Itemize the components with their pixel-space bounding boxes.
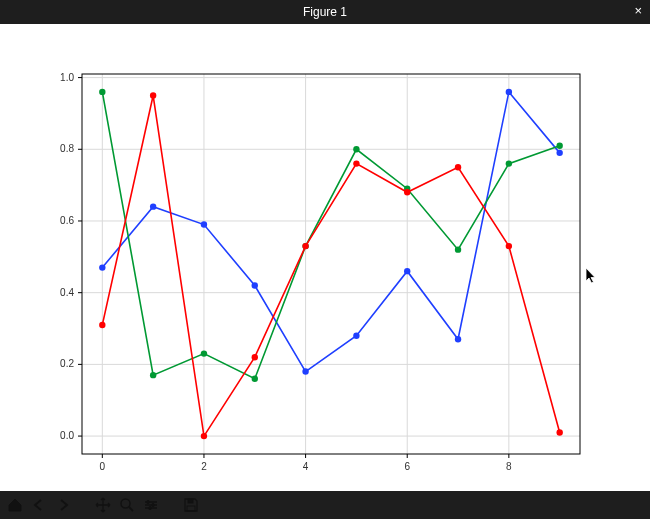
svg-point-66 xyxy=(152,504,155,507)
svg-point-47 xyxy=(252,376,258,382)
svg-point-45 xyxy=(150,372,156,378)
svg-point-49 xyxy=(353,146,359,152)
svg-point-67 xyxy=(149,507,152,510)
matplotlib-toolbar xyxy=(0,491,650,519)
svg-text:0.8: 0.8 xyxy=(60,143,74,154)
svg-rect-33 xyxy=(82,74,580,454)
svg-point-36 xyxy=(201,221,207,227)
svg-text:1.0: 1.0 xyxy=(60,72,74,83)
svg-rect-68 xyxy=(188,499,193,503)
svg-text:0.6: 0.6 xyxy=(60,215,74,226)
subplots-icon[interactable] xyxy=(142,496,160,514)
svg-point-62 xyxy=(506,243,512,249)
svg-point-64 xyxy=(121,499,130,508)
svg-point-56 xyxy=(201,433,207,439)
svg-point-37 xyxy=(252,282,258,288)
svg-text:0: 0 xyxy=(100,461,106,472)
back-icon[interactable] xyxy=(30,496,48,514)
svg-point-39 xyxy=(353,332,359,338)
svg-point-63 xyxy=(556,429,562,435)
svg-point-55 xyxy=(150,92,156,98)
close-icon[interactable]: × xyxy=(634,3,642,18)
svg-point-57 xyxy=(252,354,258,360)
svg-point-52 xyxy=(506,160,512,166)
svg-point-65 xyxy=(147,501,150,504)
svg-point-54 xyxy=(99,322,105,328)
svg-point-44 xyxy=(99,89,105,95)
svg-point-46 xyxy=(201,350,207,356)
svg-point-60 xyxy=(404,189,410,195)
window-titlebar: Figure 1 × xyxy=(0,0,650,24)
svg-point-51 xyxy=(455,246,461,252)
svg-point-59 xyxy=(353,160,359,166)
svg-rect-69 xyxy=(187,506,195,511)
save-icon[interactable] xyxy=(182,496,200,514)
svg-text:8: 8 xyxy=(506,461,512,472)
svg-text:0.2: 0.2 xyxy=(60,358,74,369)
svg-text:6: 6 xyxy=(404,461,410,472)
svg-point-53 xyxy=(556,142,562,148)
svg-point-61 xyxy=(455,164,461,170)
svg-point-58 xyxy=(302,243,308,249)
svg-text:4: 4 xyxy=(303,461,309,472)
svg-point-34 xyxy=(99,264,105,270)
svg-point-43 xyxy=(556,150,562,156)
forward-icon[interactable] xyxy=(54,496,72,514)
svg-text:2: 2 xyxy=(201,461,207,472)
zoom-icon[interactable] xyxy=(118,496,136,514)
svg-point-42 xyxy=(506,89,512,95)
svg-text:0.4: 0.4 xyxy=(60,287,74,298)
svg-text:0.0: 0.0 xyxy=(60,430,74,441)
home-icon[interactable] xyxy=(6,496,24,514)
svg-point-40 xyxy=(404,268,410,274)
svg-point-41 xyxy=(455,336,461,342)
figure-canvas: 024680.00.20.40.60.81.0 xyxy=(0,24,650,491)
svg-point-35 xyxy=(150,203,156,209)
chart-plot: 024680.00.20.40.60.81.0 xyxy=(0,24,650,491)
window-title: Figure 1 xyxy=(303,5,347,19)
pan-icon[interactable] xyxy=(94,496,112,514)
svg-point-38 xyxy=(302,368,308,374)
